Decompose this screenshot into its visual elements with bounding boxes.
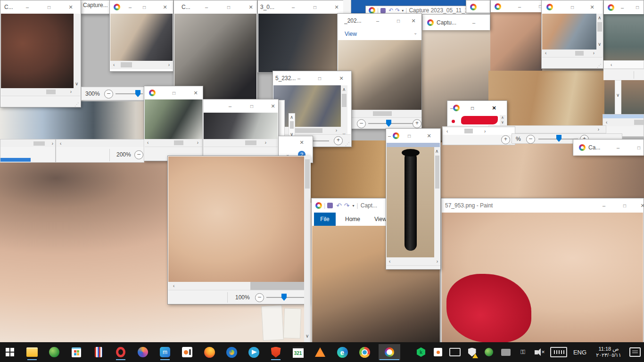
chevron-left-icon[interactable]: ‹ <box>611 63 612 67</box>
close-button[interactable]: ✕ <box>333 71 349 85</box>
scrollbar-thumb[interactable] <box>245 140 256 145</box>
zoom-slider-thumb[interactable] <box>386 120 391 127</box>
qat-dropdown-icon[interactable]: ▾ <box>353 204 355 208</box>
idm-tray-icon[interactable] <box>482 344 496 360</box>
canvas-photo[interactable] <box>1 14 74 88</box>
chevron-right-icon[interactable]: › <box>168 63 170 67</box>
horizontal-scrollbar[interactable]: ‹ › <box>387 257 440 265</box>
firefox-nightly-icon[interactable] <box>136 344 150 360</box>
maximize-button[interactable]: □ <box>564 0 580 14</box>
chevron-down-icon[interactable]: ∨ <box>501 120 504 125</box>
window-3[interactable]: – □ ✕ ‹ › <box>109 0 173 72</box>
close-button[interactable]: ✕ <box>157 0 173 14</box>
canvas-photo[interactable] <box>204 113 278 139</box>
maximize-button[interactable]: □ <box>631 140 644 156</box>
chevron-down-icon[interactable]: ∨ <box>598 42 601 47</box>
chevron-right-icon[interactable]: › <box>265 140 266 145</box>
close-button[interactable]: ✕ <box>584 0 600 14</box>
chevron-up-icon[interactable]: ∧ <box>290 115 293 120</box>
minimize-button[interactable]: – <box>614 0 630 14</box>
vertical-scrollbar[interactable]: ∧ ∨ <box>596 14 603 57</box>
chevron-left-icon[interactable]: ‹ <box>606 120 607 125</box>
canvas-photo[interactable] <box>387 147 434 257</box>
window-narrow[interactable]: – □ ✕ ∧ ‹ › <box>386 128 441 270</box>
chevron-left-icon[interactable]: ‹ <box>446 129 448 134</box>
minimize-button[interactable]: – <box>610 140 626 156</box>
zoom-slider-thumb[interactable] <box>281 294 287 301</box>
tab-view[interactable]: View <box>345 31 357 37</box>
chevron-down-icon[interactable]: ∨ <box>305 334 309 338</box>
maximize-button[interactable]: □ <box>221 0 237 14</box>
zoom-out-button[interactable]: – <box>134 150 143 159</box>
horizontal-scrollbar[interactable]: ‹ › <box>110 61 173 69</box>
window-18[interactable]: – □ ✕ › ⋰ <box>203 99 279 160</box>
window-tr2[interactable]: □ ✕ ∧ ∨ ‹ › ⋰ <box>541 0 603 69</box>
tab-home[interactable]: Home <box>345 216 360 222</box>
titlebar[interactable]: – □ ✕ <box>386 129 440 143</box>
titlebar[interactable]: C... – □ ✕ <box>0 0 81 14</box>
idm-icon[interactable] <box>47 344 61 360</box>
chevron-right-icon[interactable]: › <box>593 51 594 56</box>
chevron-up-icon[interactable]: ∧ <box>342 87 346 92</box>
maximize-button[interactable]: □ <box>41 0 57 14</box>
titlebar[interactable]: 5_232... – □ ✕ <box>273 71 351 85</box>
zoom-slider-thumb[interactable] <box>556 135 561 142</box>
maximize-button[interactable]: □ <box>307 0 323 14</box>
maximize-button[interactable]: □ <box>617 198 633 213</box>
window-capture-fragment[interactable]: Capture... <box>80 0 110 14</box>
titlebar[interactable]: □ ✕ <box>542 0 603 14</box>
horizontal-scrollbar[interactable]: › <box>1 88 80 96</box>
scrollbar-fragment[interactable]: ∨ <box>615 80 621 115</box>
scrollbar-fragment[interactable]: ∧ ∨ <box>289 113 295 139</box>
chevron-right-icon[interactable]: › <box>598 127 599 132</box>
save-icon[interactable] <box>327 203 333 208</box>
titlebar[interactable]: Captu... – <box>422 15 490 30</box>
chrome-icon[interactable] <box>357 344 372 360</box>
volume-muted-tray-icon[interactable]: ✕ <box>533 344 547 360</box>
maximize-button[interactable]: □ <box>166 86 182 99</box>
canvas-photo[interactable] <box>110 14 173 61</box>
vertical-scrollbar[interactable]: ∧ <box>434 147 440 257</box>
titlebar[interactable]: C... – □ ✕ <box>174 0 257 14</box>
vertical-scrollbar[interactable]: ∧ ∨ <box>341 85 347 141</box>
vertical-scrollbar-long[interactable]: ∨ <box>304 156 311 342</box>
titlebar[interactable]: Ca... – □ <box>573 140 644 156</box>
notification-center-icon[interactable] <box>628 344 642 360</box>
tab-file[interactable]: File <box>314 213 336 226</box>
vertical-scrollbar[interactable]: ∨ <box>74 14 80 88</box>
chevron-down-icon[interactable]: ∨ <box>616 93 619 98</box>
window-1[interactable]: C... – □ ✕ ∨ › ⋰ <box>0 0 81 107</box>
chevron-left-icon[interactable]: ‹ <box>545 51 546 56</box>
close-button[interactable]: ✕ <box>329 0 345 14</box>
horizontal-scrollbar[interactable]: ‹ › <box>443 128 515 135</box>
minimize-button[interactable]: – <box>512 0 528 12</box>
opera-icon[interactable] <box>114 344 128 360</box>
close-button[interactable]: ✕ <box>243 0 259 14</box>
vlc-icon[interactable] <box>313 344 327 360</box>
close-button[interactable]: ✕ <box>405 14 421 28</box>
undo-icon[interactable]: ↶ <box>388 7 393 14</box>
horizontal-scrollbar[interactable]: › <box>0 140 55 147</box>
maximize-button[interactable]: □ <box>244 99 260 113</box>
maximize-button[interactable]: □ <box>401 129 417 143</box>
chevron-right-icon[interactable]: › <box>437 259 438 264</box>
scrollbar-thumb[interactable] <box>121 62 132 67</box>
close-button[interactable]: ✕ <box>421 129 437 143</box>
scrollbar-thumb[interactable] <box>33 141 45 146</box>
zoom-in-button[interactable]: + <box>413 119 421 128</box>
maximize-button[interactable]: □ <box>136 0 152 14</box>
window-5[interactable]: 3_0... – □ ✕ <box>257 0 344 73</box>
chevron-left-icon[interactable]: ‹ <box>173 284 174 288</box>
window-tr0[interactable] <box>466 0 490 13</box>
horizontal-scrollbar[interactable]: ‹ <box>56 140 144 147</box>
titlebar[interactable]: 57_953.png - Paint – □ ✕ <box>441 198 644 213</box>
paint-taskbar-icon[interactable] <box>379 344 400 360</box>
close-button[interactable]: ✕ <box>486 101 502 115</box>
scrollbar-thumb[interactable] <box>464 129 473 133</box>
scrollbar-thumb[interactable] <box>373 111 392 116</box>
ribbon-collapse-icon[interactable]: ⌄ <box>413 31 417 35</box>
chevron-right-icon[interactable]: › <box>484 129 486 134</box>
titlebar[interactable]: _202... – □ ✕ <box>338 14 421 28</box>
scrollbar-thumb[interactable] <box>46 90 56 94</box>
minimize-button[interactable]: – <box>19 0 35 14</box>
